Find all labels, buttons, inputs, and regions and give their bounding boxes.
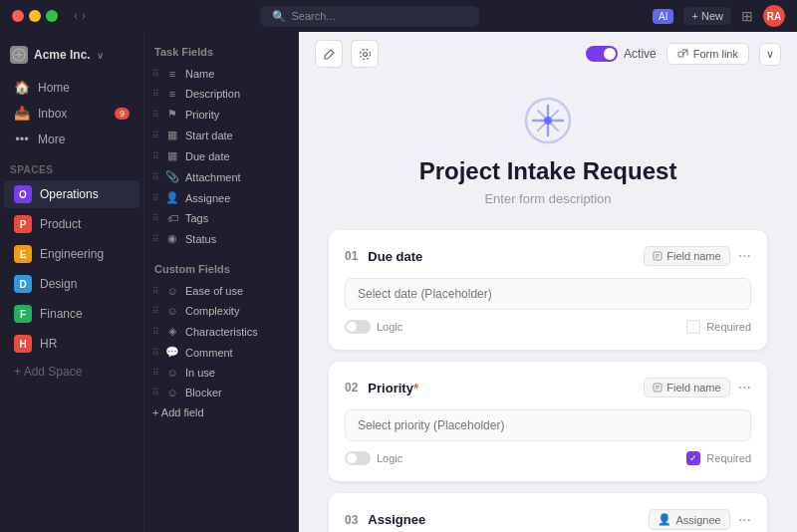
active-toggle[interactable]: Active xyxy=(586,46,657,62)
field-label: In use xyxy=(185,367,215,379)
sidebar-item-hr[interactable]: H HR xyxy=(4,330,139,358)
card-header-priority: 02 Priority* xyxy=(345,378,751,398)
back-arrow-icon[interactable]: ‹ xyxy=(74,9,78,23)
sidebar-item-inbox[interactable]: 📥 Inbox 9 xyxy=(4,101,139,126)
field-name-badge[interactable]: Field name xyxy=(644,246,729,266)
search-placeholder: Search... xyxy=(292,10,336,22)
field-row-complexity[interactable]: ⠿ ☺ Complexity xyxy=(144,301,298,321)
field-row-description[interactable]: ⠿ ≡ Description xyxy=(144,84,298,104)
sidebar: Acme Inc. ∨ 🏠 Home 📥 Inbox 9 ••• More Sp… xyxy=(0,32,144,532)
required-check[interactable]: Required xyxy=(686,320,751,334)
inbox-icon: 📥 xyxy=(14,106,30,121)
sidebar-item-design[interactable]: D Design xyxy=(4,270,139,298)
logic-toggle-switch[interactable] xyxy=(345,451,371,465)
form-header: Project Intake Request Enter form descri… xyxy=(329,76,767,230)
form-title: Project Intake Request xyxy=(329,157,767,185)
logic-toggle-priority[interactable]: Logic xyxy=(345,451,402,465)
add-space-button[interactable]: + Add Space xyxy=(4,360,139,384)
logic-toggle[interactable]: Logic xyxy=(345,320,402,334)
description-icon: ≡ xyxy=(165,88,179,100)
active-toggle-switch[interactable] xyxy=(586,46,618,62)
field-row-priority[interactable]: ⠿ ⚑ Priority xyxy=(144,104,298,125)
spaces-label: Spaces xyxy=(0,156,143,179)
field-label: Characteristics xyxy=(185,326,258,338)
field-row-characteristics[interactable]: ⠿ ◈ Characteristics xyxy=(144,321,298,342)
field-row-name[interactable]: ⠿ ≡ Name xyxy=(144,64,298,84)
space-dot-operations: O xyxy=(14,185,32,203)
close-window-button[interactable] xyxy=(12,10,24,22)
settings-button[interactable] xyxy=(351,40,379,68)
priority-input[interactable] xyxy=(345,409,751,441)
sidebar-item-engineering[interactable]: E Engineering xyxy=(4,240,139,268)
field-row-in-use[interactable]: ⠿ ☺ In use xyxy=(144,363,298,383)
home-icon: 🏠 xyxy=(14,80,30,95)
form-link-label: Form link xyxy=(693,48,738,60)
status-icon: ◉ xyxy=(165,232,179,245)
required-checkbox[interactable] xyxy=(686,320,700,334)
card-footer-priority: Logic ✓ Required xyxy=(345,451,751,465)
field-name-badge-assignee[interactable]: 👤 Assignee xyxy=(649,509,729,530)
drag-handle-icon: ⠿ xyxy=(152,286,159,296)
complexity-icon: ☺ xyxy=(165,305,179,317)
space-label-engineering: Engineering xyxy=(40,247,104,261)
field-row-assignee[interactable]: ⠿ 👤 Assignee xyxy=(144,187,298,208)
space-dot-finance: F xyxy=(14,305,32,323)
sidebar-item-finance[interactable]: F Finance xyxy=(4,300,139,328)
ease-icon: ☺ xyxy=(165,285,179,297)
main-layout: Acme Inc. ∨ 🏠 Home 📥 Inbox 9 ••• More Sp… xyxy=(0,32,797,532)
field-name-badge-priority[interactable]: Field name xyxy=(644,378,729,398)
minimize-window-button[interactable] xyxy=(29,10,41,22)
expand-button[interactable]: ∨ xyxy=(759,43,781,66)
form-area: Project Intake Request Enter form descri… xyxy=(299,76,797,532)
field-label: Assignee xyxy=(185,192,230,204)
sidebar-item-operations[interactable]: O Operations xyxy=(4,180,139,208)
workspace-header[interactable]: Acme Inc. ∨ xyxy=(0,40,143,70)
logic-toggle-switch[interactable] xyxy=(345,320,371,334)
drag-handle-icon: ⠿ xyxy=(152,172,159,182)
toggle-knob xyxy=(604,48,616,60)
field-row-start-date[interactable]: ⠿ ▦ Start date xyxy=(144,125,298,145)
sidebar-item-product[interactable]: P Product xyxy=(4,210,139,238)
sidebar-item-more[interactable]: ••• More xyxy=(4,127,139,151)
card-number: 02 xyxy=(345,381,358,395)
maximize-window-button[interactable] xyxy=(46,10,58,22)
due-date-input[interactable] xyxy=(345,278,751,310)
comment-icon: 💬 xyxy=(165,346,179,359)
field-row-due-date[interactable]: ⠿ ▦ Due date xyxy=(144,145,298,166)
in-use-icon: ☺ xyxy=(165,367,179,379)
form-link-button[interactable]: Form link xyxy=(666,43,749,65)
field-row-blocker[interactable]: ⠿ ☺ Blocker xyxy=(144,383,298,402)
required-check-priority[interactable]: ✓ Required xyxy=(686,451,751,465)
required-checkbox-priority[interactable]: ✓ xyxy=(686,451,700,465)
grid-icon[interactable]: ⊞ xyxy=(741,8,753,24)
logic-label: Logic xyxy=(377,321,402,333)
more-options-button-priority[interactable]: ··· xyxy=(738,379,751,397)
forward-arrow-icon[interactable]: › xyxy=(82,9,86,23)
field-row-ease-of-use[interactable]: ⠿ ☺ Ease of use xyxy=(144,281,298,301)
drag-handle-icon: ⠿ xyxy=(152,327,159,337)
new-button[interactable]: + New xyxy=(683,7,731,25)
field-row-attachment[interactable]: ⠿ 📎 Attachment xyxy=(144,166,298,187)
required-label: Required xyxy=(706,452,751,464)
attachment-icon: 📎 xyxy=(165,170,179,183)
add-field-button[interactable]: + Add field xyxy=(144,402,298,422)
drag-handle-icon: ⠿ xyxy=(152,151,159,161)
field-row-tags[interactable]: ⠿ 🏷 Tags xyxy=(144,208,298,228)
required-star: * xyxy=(413,381,418,396)
workspace-name: Acme Inc. xyxy=(34,48,91,62)
edit-button[interactable] xyxy=(315,40,343,68)
drag-handle-icon: ⠿ xyxy=(152,213,159,223)
more-options-button-assignee[interactable]: ··· xyxy=(738,511,751,529)
drag-handle-icon: ⠿ xyxy=(152,69,159,79)
sidebar-item-label: Inbox xyxy=(38,107,67,121)
field-name-label: Assignee xyxy=(675,514,720,526)
field-row-comment[interactable]: ⠿ 💬 Comment xyxy=(144,342,298,363)
card-header-right: Field name ··· xyxy=(644,378,751,398)
sidebar-item-home[interactable]: 🏠 Home xyxy=(4,75,139,100)
search-bar[interactable]: 🔍 Search... xyxy=(260,6,479,27)
add-field-label: + Add field xyxy=(152,406,204,418)
field-row-status[interactable]: ⠿ ◉ Status xyxy=(144,228,298,249)
more-options-button[interactable]: ··· xyxy=(738,247,751,265)
toggle-knob xyxy=(347,322,357,332)
search-icon: 🔍 xyxy=(272,10,286,23)
